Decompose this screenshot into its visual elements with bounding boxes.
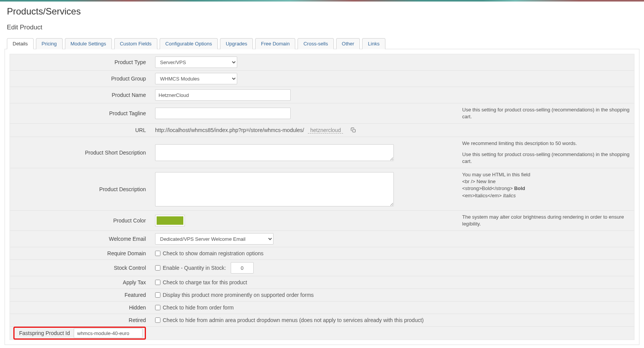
top-accent-bar xyxy=(0,0,644,2)
url-slug[interactable]: hetznercloud xyxy=(308,127,343,134)
label-product-tagline: Product Tagline xyxy=(10,103,151,123)
color-swatch xyxy=(157,216,183,225)
hidden-checkbox[interactable] xyxy=(155,305,160,310)
desc-help-1: You may use HTML in this field xyxy=(462,171,629,178)
label-featured: Featured xyxy=(10,289,151,301)
fastspring-highlight: Fastspring Product Id xyxy=(13,327,146,340)
apply-tax-text: Check to charge tax for this product xyxy=(163,279,247,285)
label-short-desc: Product Short Description xyxy=(10,137,151,168)
featured-text: Display this product more prominently on… xyxy=(163,292,314,298)
apply-tax-checkbox[interactable] xyxy=(155,280,160,285)
product-name-input[interactable] xyxy=(155,89,291,101)
featured-label[interactable]: Display this product more prominently on… xyxy=(155,292,314,298)
apply-tax-label[interactable]: Check to charge tax for this product xyxy=(155,279,247,285)
tab-panel: Product Type Server/VPS Product Group WH… xyxy=(5,49,639,345)
retired-text: Check to hide from admin area product dr… xyxy=(163,317,424,323)
require-domain-label[interactable]: Check to show domain registration option… xyxy=(155,250,264,256)
label-product-type: Product Type xyxy=(10,54,151,70)
label-product-color: Product Color xyxy=(10,211,151,230)
label-hidden: Hidden xyxy=(10,301,151,314)
stock-control-label[interactable]: Enable - Quantity in Stock: xyxy=(155,265,226,271)
require-domain-text: Check to show domain registration option… xyxy=(163,250,264,256)
short-desc-help-1: We recommend limiting this description t… xyxy=(462,140,629,147)
copy-url-button[interactable] xyxy=(349,126,358,134)
tab-upgrades[interactable]: Upgrades xyxy=(220,38,253,49)
product-group-select[interactable]: WHMCS Modules xyxy=(155,73,237,84)
svg-rect-0 xyxy=(353,130,356,132)
hidden-text: Check to hide from order form xyxy=(163,304,234,311)
featured-checkbox[interactable] xyxy=(155,292,160,298)
label-stock-control: Stock Control xyxy=(10,260,151,276)
label-url: URL xyxy=(10,124,151,137)
tab-pricing[interactable]: Pricing xyxy=(36,38,63,49)
url-base-text: http://localhost/whmcs85/index.php?rp=/s… xyxy=(155,127,304,133)
label-product-name: Product Name xyxy=(10,87,151,103)
desc-help-2: <br /> New line xyxy=(462,178,629,185)
product-tagline-input[interactable] xyxy=(155,108,291,119)
require-domain-checkbox[interactable] xyxy=(155,251,160,256)
tab-module-settings[interactable]: Module Settings xyxy=(65,38,112,49)
tab-cross-sells[interactable]: Cross-sells xyxy=(298,38,333,49)
retired-label[interactable]: Check to hide from admin area product dr… xyxy=(155,317,424,323)
label-fastspring-id: Fastspring Product Id xyxy=(15,328,74,338)
product-type-select[interactable]: Server/VPS xyxy=(155,56,237,68)
page-subtitle: Edit Product xyxy=(7,24,639,31)
tab-details[interactable]: Details xyxy=(7,38,34,49)
tab-custom-fields[interactable]: Custom Fields xyxy=(114,38,157,49)
label-require-domain: Require Domain xyxy=(10,247,151,259)
desc-help-3: <strong>Bold</strong> Bold xyxy=(462,185,629,192)
tagline-help: Use this setting for product cross-selli… xyxy=(462,106,629,120)
short-desc-help-2: Use this setting for product cross-selli… xyxy=(462,151,629,165)
label-retired: Retired xyxy=(10,314,151,326)
label-apply-tax: Apply Tax xyxy=(10,276,151,288)
label-product-group: Product Group xyxy=(10,71,151,87)
description-textarea[interactable] xyxy=(155,172,394,206)
copy-icon xyxy=(351,127,356,133)
tab-links[interactable]: Links xyxy=(362,38,385,49)
product-color-picker[interactable] xyxy=(155,215,185,226)
fastspring-id-input[interactable] xyxy=(74,328,142,338)
hidden-label[interactable]: Check to hide from order form xyxy=(155,304,234,311)
page-title: Products/Services xyxy=(7,6,639,17)
stock-control-text: Enable - Quantity in Stock: xyxy=(163,265,226,271)
color-help: The system may alter color brightness du… xyxy=(462,214,624,227)
retired-checkbox[interactable] xyxy=(155,317,160,323)
welcome-email-select[interactable]: Dedicated/VPS Server Welcome Email xyxy=(155,233,273,245)
short-description-textarea[interactable] xyxy=(155,144,394,161)
tab-configurable-options[interactable]: Configurable Options xyxy=(160,38,218,49)
stock-control-checkbox[interactable] xyxy=(155,265,160,271)
stock-qty-input[interactable] xyxy=(231,262,254,274)
tab-other[interactable]: Other xyxy=(336,38,360,49)
label-description: Product Description xyxy=(10,168,151,210)
label-welcome-email: Welcome Email xyxy=(10,231,151,247)
tabs: Details Pricing Module Settings Custom F… xyxy=(7,38,639,49)
tab-free-domain[interactable]: Free Domain xyxy=(255,38,295,49)
desc-help-4: <em>Italics</em> Italics xyxy=(462,192,629,199)
